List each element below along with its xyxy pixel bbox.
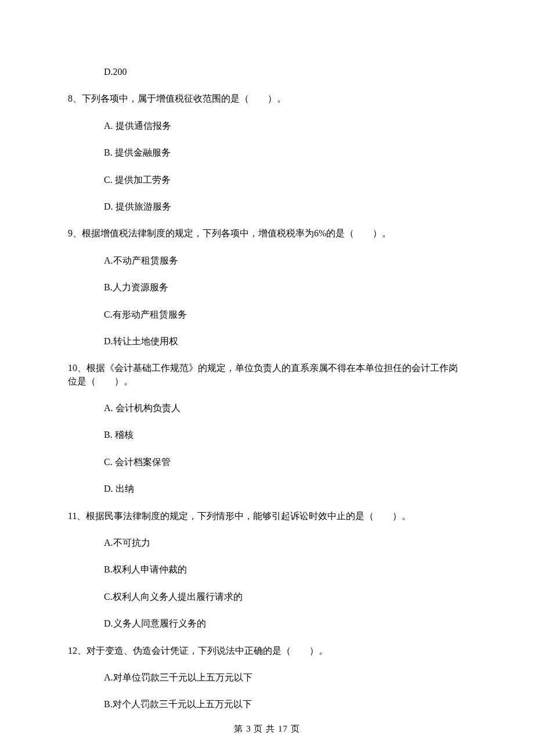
q8-option-c: C. 提供加工劳务 [68, 174, 466, 186]
q8-stem: 8、下列各项中，属于增值税征收范围的是（ ）。 [68, 92, 466, 105]
q11-option-a: A.不可抗力 [68, 537, 466, 549]
q9-option-d: D.转让土地使用权 [68, 335, 466, 348]
q11-option-c: C.权利人向义务人提出履行请求的 [68, 591, 466, 603]
q11-stem: 11、根据民事法律制度的规定，下列情形中，能够引起诉讼时效中止的是（ ）。 [68, 510, 466, 523]
q10-option-a: A. 会计机构负责人 [68, 402, 466, 415]
q12-option-a: A.对单位罚款三千元以上五万元以下 [68, 671, 466, 684]
q9-option-a: A.不动产租赁服务 [68, 254, 466, 267]
q12-option-b: B.对个人罚款三千元以上五万元以下 [68, 698, 466, 711]
q8-option-d: D. 提供旅游服务 [68, 200, 466, 213]
page-footer: 第 3 页 共 17 页 [0, 723, 534, 735]
q10-option-d: D. 出纳 [68, 483, 466, 495]
q8-option-a: A. 提供通信报务 [68, 120, 466, 132]
q9-option-b: B.人力资源服务 [68, 281, 466, 294]
q8-option-b: B. 提供金融服务 [68, 146, 466, 159]
q10-option-b: B. 稽核 [68, 429, 466, 441]
q10-option-c: C. 会计档案保管 [68, 456, 466, 469]
q9-option-c: C.有形动产租赁服务 [68, 308, 466, 321]
q12-stem: 12、对于变造、伪造会计凭证，下列说法中正确的是（ ）。 [68, 645, 466, 657]
q10-stem: 10、根据《会计基础工作规范》的规定，单位负责人的直系亲属不得在本单位担任的会计… [68, 362, 466, 388]
q7-option-d: D.200 [68, 66, 466, 78]
q11-option-b: B.权利人申请仲裁的 [68, 563, 466, 576]
q11-option-d: D.义务人同意履行义务的 [68, 617, 466, 630]
q9-stem: 9、根据增值税法律制度的规定，下列各项中，增值税税率为6%的是（ ）。 [68, 227, 466, 240]
